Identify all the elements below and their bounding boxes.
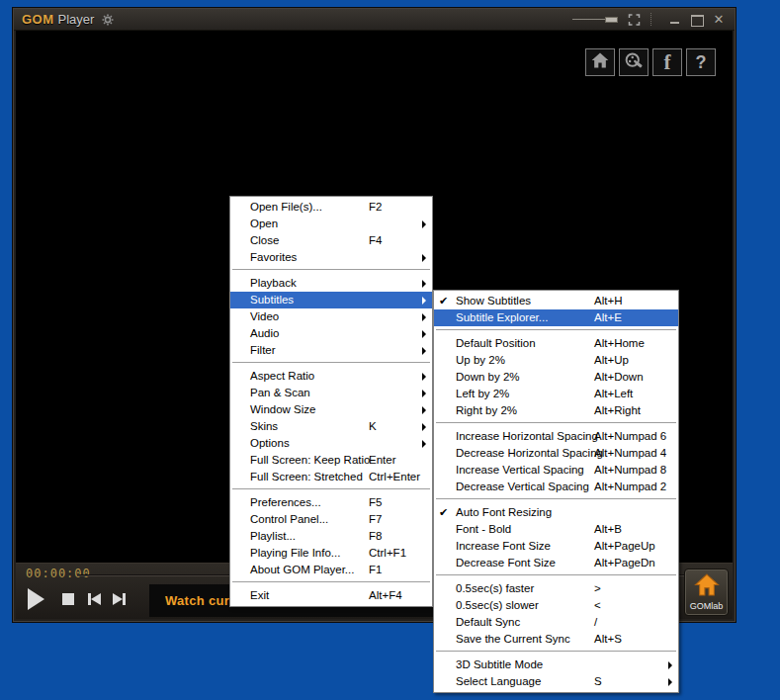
- menu-item-label: Subtitle Explorer...: [456, 311, 548, 323]
- menu-item-playlist[interactable]: Playlist...F8: [230, 528, 432, 545]
- menu-item-full-screen-stretched[interactable]: Full Screen: StretchedCtrl+Enter: [230, 469, 432, 485]
- menu-item-shortcut: Enter: [369, 452, 396, 469]
- gear-icon[interactable]: [102, 14, 114, 26]
- submenu-item-0-5sec-s-slower[interactable]: 0.5sec(s) slower<: [434, 597, 678, 614]
- volume-slider[interactable]: [572, 14, 618, 26]
- help-icon: ?: [696, 52, 707, 73]
- menu-item-shortcut: Alt+H: [594, 293, 622, 309]
- menu-item-shortcut: Ctrl+Enter: [369, 469, 420, 485]
- checkmark-icon: ✔: [439, 504, 448, 521]
- menu-item-shortcut: >: [594, 580, 601, 597]
- menu-item-label: 0.5sec(s) faster: [456, 582, 534, 594]
- menu-item-label: Video: [250, 310, 279, 322]
- menu-item-shortcut: Alt+PageDn: [594, 555, 655, 571]
- submenu-arrow-icon: [422, 373, 426, 381]
- titlebar[interactable]: GOM Player ✕: [14, 9, 735, 31]
- menu-item-label: Audio: [250, 327, 279, 339]
- submenu-item-auto-font-resizing[interactable]: ✔Auto Font Resizing: [434, 504, 678, 521]
- submenu-item-down-by-2[interactable]: Down by 2%Alt+Down: [434, 369, 678, 386]
- stop-icon: [62, 593, 74, 605]
- menu-item-preferences[interactable]: Preferences...F5: [230, 494, 432, 511]
- menu-item-shortcut: Alt+E: [594, 309, 622, 326]
- submenu-item-decrease-font-size[interactable]: Decrease Font SizeAlt+PageDn: [434, 555, 678, 571]
- menu-item-close[interactable]: CloseF4: [230, 232, 432, 249]
- menu-item-label: Favorites: [250, 251, 297, 263]
- submenu-item-increase-vertical-spacing[interactable]: Increase Vertical SpacingAlt+Numpad 8: [434, 462, 678, 479]
- menu-separator: [230, 266, 432, 275]
- submenu-item-decrease-horizontal-spacing[interactable]: Decrease Horizontal SpacingAlt+Numpad 4: [434, 445, 678, 462]
- player-logo-text: Player: [58, 12, 95, 27]
- facebook-icon: f: [664, 49, 671, 75]
- menu-item-shortcut: F4: [369, 232, 382, 249]
- home-icon: [589, 50, 611, 74]
- maximize-button[interactable]: [689, 13, 705, 27]
- movie-info-icon: [623, 50, 646, 75]
- menu-item-pan-scan[interactable]: Pan & Scan: [230, 385, 432, 401]
- previous-button[interactable]: [88, 593, 101, 605]
- menu-item-playing-file-info[interactable]: Playing File Info...Ctrl+F1: [230, 545, 432, 562]
- menu-item-label: Increase Vertical Spacing: [456, 464, 584, 476]
- menu-item-open-file-s[interactable]: Open File(s)...F2: [230, 199, 432, 216]
- submenu-item-decrease-vertical-spacing[interactable]: Decrease Vertical SpacingAlt+Numpad 2: [434, 479, 678, 495]
- home-button[interactable]: [585, 48, 615, 76]
- menu-item-playback[interactable]: Playback: [230, 275, 432, 292]
- menu-item-favorites[interactable]: Favorites: [230, 249, 432, 266]
- submenu-item-font-bold[interactable]: Font - BoldAlt+B: [434, 521, 678, 538]
- stop-button[interactable]: [62, 593, 88, 605]
- menu-item-aspect-ratio[interactable]: Aspect Ratio: [230, 368, 432, 385]
- menu-item-label: Font - Bold: [456, 523, 511, 535]
- submenu-item-increase-font-size[interactable]: Increase Font SizeAlt+PageUp: [434, 538, 678, 555]
- help-button[interactable]: ?: [686, 48, 716, 76]
- close-button[interactable]: ✕: [711, 13, 727, 27]
- submenu-item-default-sync[interactable]: Default Sync/: [434, 614, 678, 631]
- fullscreen-icon[interactable]: [628, 14, 641, 26]
- submenu-item-select-language[interactable]: Select LanguageS: [434, 673, 678, 690]
- menu-item-control-panel[interactable]: Control Panel...F7: [230, 511, 432, 528]
- menu-item-label: Preferences...: [250, 496, 321, 508]
- submenu-item-right-by-2[interactable]: Right by 2%Alt+Right: [434, 402, 678, 419]
- next-button[interactable]: [113, 593, 126, 605]
- menu-item-label: Default Sync: [456, 616, 520, 628]
- submenu-item-default-position[interactable]: Default PositionAlt+Home: [434, 335, 678, 352]
- menu-item-subtitles[interactable]: Subtitles: [230, 292, 432, 308]
- transport-controls: [28, 588, 137, 610]
- menu-item-options[interactable]: Options: [230, 435, 432, 452]
- menu-item-shortcut: Alt+Numpad 4: [594, 445, 666, 462]
- menu-item-filter[interactable]: Filter: [230, 342, 432, 359]
- menu-item-skins[interactable]: SkinsK: [230, 418, 432, 435]
- menu-item-exit[interactable]: ExitAlt+F4: [230, 587, 432, 604]
- minimize-button[interactable]: [667, 13, 683, 27]
- play-button[interactable]: [28, 588, 62, 610]
- submenu-item-save-the-current-sync[interactable]: Save the Current SyncAlt+S: [434, 631, 678, 648]
- submenu-item-left-by-2[interactable]: Left by 2%Alt+Left: [434, 386, 678, 402]
- volume-handle[interactable]: [605, 17, 618, 23]
- menu-item-shortcut: Alt+B: [594, 521, 622, 538]
- gomlab-button[interactable]: GOMlab: [684, 569, 729, 616]
- menu-item-about-gom-player[interactable]: About GOM Player...F1: [230, 562, 432, 578]
- menu-item-label: Increase Horizontal Spacing: [456, 430, 598, 442]
- menu-item-shortcut: F1: [369, 562, 382, 578]
- submenu-arrow-icon: [422, 280, 426, 288]
- submenu-item-up-by-2[interactable]: Up by 2%Alt+Up: [434, 352, 678, 369]
- submenu-item-subtitle-explorer[interactable]: Subtitle Explorer...Alt+E: [434, 309, 678, 326]
- submenu-item-show-subtitles[interactable]: ✔Show SubtitlesAlt+H: [434, 293, 678, 309]
- submenu-item-0-5sec-s-faster[interactable]: 0.5sec(s) faster>: [434, 580, 678, 597]
- menu-item-full-screen-keep-ratio[interactable]: Full Screen: Keep RatioEnter: [230, 452, 432, 469]
- menu-item-label: Increase Font Size: [456, 540, 551, 552]
- submenu-separator: [434, 419, 678, 428]
- submenu-arrow-icon: [422, 254, 426, 262]
- menu-item-label: Save the Current Sync: [456, 633, 570, 645]
- submenu-item-3d-subtitle-mode[interactable]: 3D Subtitle Mode: [434, 656, 678, 673]
- submenu-item-increase-horizontal-spacing[interactable]: Increase Horizontal SpacingAlt+Numpad 6: [434, 428, 678, 445]
- movie-info-button[interactable]: [619, 48, 649, 76]
- menu-item-open[interactable]: Open: [230, 216, 432, 232]
- menu-item-label: Exit: [250, 589, 269, 601]
- menu-item-label: Full Screen: Keep Ratio: [250, 454, 370, 466]
- menu-item-video[interactable]: Video: [230, 308, 432, 325]
- facebook-button[interactable]: f: [652, 48, 682, 76]
- menu-item-label: Auto Font Resizing: [456, 506, 552, 518]
- desktop: { "titlebar": { "brand": "GOM", "product…: [0, 0, 780, 700]
- menu-item-window-size[interactable]: Window Size: [230, 401, 432, 418]
- menu-item-audio[interactable]: Audio: [230, 325, 432, 342]
- menu-item-label: Playing File Info...: [250, 547, 340, 559]
